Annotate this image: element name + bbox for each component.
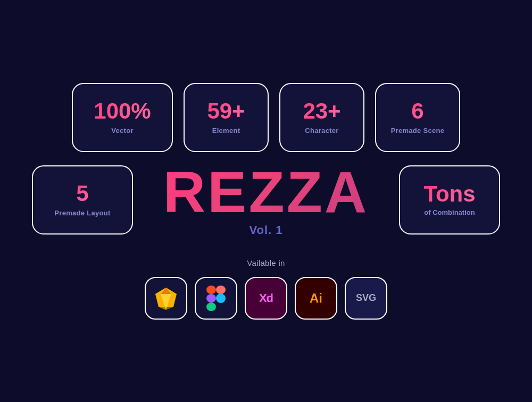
svg-rect-9 [206,294,216,303]
stat-number-vector: 100% [94,100,151,122]
sketch-logo [153,287,179,310]
stat-label-character: Character [305,127,338,135]
stat-label-element: Element [212,127,240,135]
middle-row: 5 Premade Layout REZZA Vol. 1 Tons of Co… [32,163,500,237]
available-label: Vailable in [247,258,285,267]
brand-title: REZZA [163,163,369,221]
app-icons-row: Xd Ai SVG [145,277,387,320]
stat-number-element: 59+ [207,100,245,122]
stat-number-premade-scene: 6 [411,100,423,122]
stat-label-premade-layout: Premade Layout [54,209,110,217]
xd-icon-card: Xd [245,277,287,320]
tons-sub-text: of Combination [424,208,475,216]
main-container: 100% Vector 59+ Element 23+ Character 6 … [0,0,532,402]
stat-card-tons: Tons of Combination [399,165,500,234]
xd-text: Xd [259,291,273,305]
brand-subtitle: Vol. 1 [249,223,282,237]
stat-label-premade-scene: Premade Scene [391,127,445,135]
brand-center: REZZA Vol. 1 [144,163,388,237]
stat-number-character: 23+ [303,100,340,122]
stat-card-element: 59+ Element [184,83,269,152]
stat-label-vector: Vector [111,127,134,135]
svg-icon-card: SVG [345,277,387,320]
figma-icon-card [195,277,237,320]
stat-number-premade-layout: 5 [76,182,88,205]
sketch-icon-card [145,277,187,320]
stat-card-vector: 100% Vector [72,83,173,152]
figma-logo [206,286,226,311]
ai-text: Ai [310,291,322,306]
stat-card-character: 23+ Character [279,83,364,152]
svg-rect-11 [206,303,216,311]
svg-rect-7 [206,286,216,294]
ai-icon-card: Ai [295,277,337,320]
svg-point-10 [216,294,226,303]
tons-main-text: Tons [423,183,475,205]
stats-row-top: 100% Vector 59+ Element 23+ Character 6 … [32,83,500,152]
stat-card-premade-layout: 5 Premade Layout [32,165,133,234]
svg-rect-8 [216,286,226,294]
available-section: Vailable in [145,258,387,320]
svg-text: SVG [356,292,376,304]
stat-card-premade-scene: 6 Premade Scene [375,83,460,152]
